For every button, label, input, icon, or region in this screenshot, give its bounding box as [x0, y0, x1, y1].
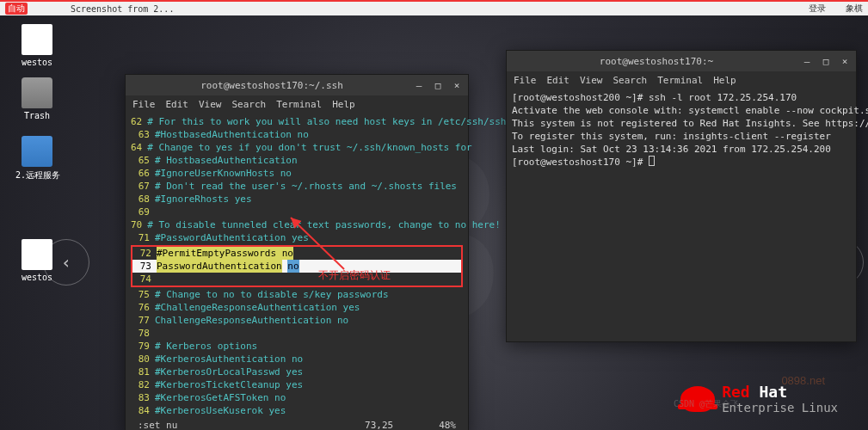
- code-line: 68#IgnoreRhosts yes: [131, 193, 463, 206]
- menu-view[interactable]: View: [580, 75, 603, 86]
- terminal-line: Last login: Sat Oct 23 13:14:36 2021 fro…: [512, 143, 851, 156]
- maximize-button[interactable]: □: [820, 56, 832, 67]
- menu-terminal[interactable]: Terminal: [657, 75, 703, 86]
- nav-prev[interactable]: ‹: [43, 239, 89, 286]
- desktop-icon-folder[interactable]: 2.远程服务: [15, 136, 58, 181]
- maximize-button[interactable]: □: [432, 80, 444, 91]
- menu-edit[interactable]: Edit: [547, 75, 570, 86]
- terminal-line: [root@westoshost170 ~]#: [512, 156, 851, 169]
- minimize-button[interactable]: –: [413, 80, 425, 91]
- menu-help[interactable]: Help: [332, 99, 355, 110]
- tab-badge[interactable]: 自动: [5, 3, 28, 15]
- code-line: 79# Kerberos options: [131, 340, 463, 353]
- menu-help[interactable]: Help: [713, 75, 736, 86]
- browser-top-bar: 自动 Screenshot from 2... 登录 象棋: [0, 0, 868, 15]
- code-line: 76#ChallengeResponseAuthentication yes: [131, 301, 463, 314]
- titlebar[interactable]: root@westoshost170:~ – □ ×: [507, 51, 856, 71]
- annotation-text: 不开启密码认证: [318, 268, 391, 283]
- code-line: 67# Don't read the user's ~/.rhosts and …: [131, 180, 463, 193]
- code-line: 63#HostbasedAuthentication no: [131, 128, 463, 141]
- code-line: 70# To disable tunneled clear text passw…: [131, 218, 463, 231]
- login-link[interactable]: 登录: [809, 3, 826, 15]
- terminal-line: To register this system, run: insights-c…: [512, 130, 851, 143]
- line-73-passwordauth: 73PasswordAuthentication no: [132, 260, 461, 273]
- code-line: 69: [131, 206, 463, 218]
- menu-file[interactable]: File: [132, 99, 156, 110]
- close-button[interactable]: ×: [451, 80, 463, 91]
- desktop: 8 westos Trash 2.远程服务 westos ‹ › root@we…: [0, 15, 868, 430]
- vim-command: :set nu: [138, 419, 177, 430]
- code-line: 64# Change to yes if you don't trust ~/.…: [131, 141, 463, 154]
- chess-link[interactable]: 象棋: [846, 3, 863, 15]
- code-line: 84#KerberosUseKuserok yes: [131, 404, 463, 417]
- desktop-icon-file[interactable]: westos: [15, 24, 58, 67]
- code-line: 66#IgnoreUserKnownHosts no: [131, 167, 463, 180]
- line-72: #PermitEmptyPasswords no: [157, 247, 293, 260]
- menu-file[interactable]: File: [514, 75, 537, 86]
- menu-terminal[interactable]: Terminal: [276, 99, 322, 110]
- vim-status-line: :set nu 73,25 48%: [131, 417, 463, 430]
- minimize-button[interactable]: –: [801, 56, 813, 67]
- desktop-icon-trash[interactable]: Trash: [15, 77, 58, 120]
- menubar: File Edit View Search Terminal Help: [126, 95, 468, 113]
- terminal-line: Activate the web console with: systemctl…: [512, 104, 851, 117]
- menubar: File Edit View Search Terminal Help: [507, 71, 856, 89]
- editor-body[interactable]: 62# For this to work you will also need …: [126, 113, 468, 430]
- code-line: 82#KerberosTicketCleanup yes: [131, 378, 463, 391]
- code-line: 81#KerberosOrLocalPasswd yes: [131, 366, 463, 378]
- code-line: 71#PasswordAuthentication yes: [131, 231, 463, 244]
- window-title: root@westoshost170:~/.ssh: [131, 80, 413, 91]
- code-line: 62# For this to work you will also need …: [131, 115, 463, 128]
- terminal-line: This system is not registered to Red Hat…: [512, 117, 851, 130]
- code-line: 77ChallengeResponseAuthentication no: [131, 314, 463, 327]
- terminal-window-editor[interactable]: root@westoshost170:~/.ssh – □ × File Edi…: [125, 74, 469, 430]
- watermark-csdn: CSDN @芒果会飞: [674, 398, 739, 410]
- close-button[interactable]: ×: [839, 56, 851, 67]
- code-line: 75# Change to no to disable s/key passwo…: [131, 288, 463, 301]
- code-line: 65# HostbasedAuthentication: [131, 154, 463, 167]
- terminal-line: [root@westoshost200 ~]# ssh -l root 172.…: [512, 91, 851, 104]
- menu-view[interactable]: View: [199, 99, 222, 110]
- menu-search[interactable]: Search: [232, 99, 267, 110]
- menu-search[interactable]: Search: [613, 75, 648, 86]
- terminal-window-ssh[interactable]: root@westoshost170:~ – □ × File Edit Vie…: [506, 50, 857, 342]
- tab-filename[interactable]: Screenshot from 2...: [71, 4, 174, 14]
- code-line: 80#KerberosAuthentication no: [131, 353, 463, 366]
- highlighted-region: 72#PermitEmptyPasswords no 73PasswordAut…: [131, 245, 463, 287]
- code-line: 83#KerberosGetAFSToken no: [131, 391, 463, 404]
- menu-edit[interactable]: Edit: [166, 99, 189, 110]
- code-line: 78: [131, 327, 463, 340]
- titlebar[interactable]: root@westoshost170:~/.ssh – □ ×: [126, 75, 468, 95]
- terminal-body[interactable]: [root@westoshost200 ~]# ssh -l root 172.…: [507, 89, 856, 171]
- window-title: root@westoshost170:~: [512, 56, 801, 67]
- watermark: 0898.net: [781, 374, 825, 387]
